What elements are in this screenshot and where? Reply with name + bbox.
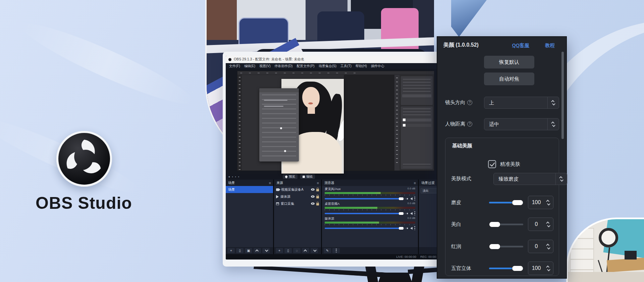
rosy-slider[interactable] (489, 246, 523, 247)
menu-tools[interactable]: 工具(T) (340, 64, 352, 68)
sources-dock-title: 来源 (274, 181, 317, 185)
obs-preview-area (226, 69, 443, 174)
obs-logo (56, 131, 112, 187)
meter-ticks (325, 224, 415, 225)
sources-dock-header[interactable]: 来源 ≡ (274, 180, 321, 186)
dock-menu-icon[interactable]: ≡ (317, 181, 321, 185)
rosy-spinner[interactable]: 0 (528, 240, 553, 253)
help-icon[interactable]: ? (467, 100, 472, 105)
floating-panel-knob (284, 150, 286, 152)
brand-wordmark: OBS Studio (13, 193, 154, 213)
visibility-icon[interactable] (311, 195, 315, 198)
speaker-icon[interactable] (410, 212, 413, 215)
facial-3d-slider[interactable] (489, 268, 523, 269)
spinner-chevrons[interactable] (544, 200, 552, 205)
facial-3d-value: 100 (528, 265, 544, 271)
mixer-dock-header[interactable]: 混音器 ≡ (322, 180, 418, 186)
autofocus-button[interactable]: 自动对焦 (484, 73, 534, 85)
smoothing-slider[interactable] (489, 202, 523, 203)
visibility-icon[interactable] (311, 202, 315, 205)
menu-docks[interactable]: 停靠部件(D) (274, 64, 292, 68)
remove-scene-button[interactable]: ▯ (236, 248, 244, 253)
camera-direction-select[interactable]: 上 (484, 97, 559, 109)
menu-file[interactable]: 文件(F) (229, 64, 240, 68)
subject-distance-select[interactable]: 适中 (484, 118, 559, 130)
preview-status-icons: ● ▪ ▪ ▪ (228, 175, 240, 178)
menu-edit[interactable]: 编辑(E) (244, 64, 255, 68)
precise-skin-row: 精准美肤 (488, 160, 520, 168)
whitening-slider[interactable] (489, 224, 523, 225)
volume-meter (325, 192, 415, 194)
channel-options-icon[interactable] (414, 211, 415, 215)
duplicate-scene-button[interactable]: ▣ (245, 248, 252, 253)
move-source-up-button[interactable] (302, 248, 309, 253)
remove-source-button[interactable]: ▯ (284, 248, 292, 253)
floating-panel-knob (280, 127, 282, 129)
spinner-chevrons[interactable] (544, 266, 552, 271)
edit-tab-button[interactable]: 编辑 (300, 174, 315, 179)
scenes-dock-header[interactable]: 场景 ≡ (226, 180, 273, 186)
beauty-plugin-panel: 美颜 (1.0.0.52) QQ客服 教程 恢复默认 自动对焦 镜头方向 ? 上… (437, 36, 567, 279)
facial-3d-spinner[interactable]: 100 (528, 262, 553, 275)
preview-tab-button[interactable]: 预览 (283, 174, 298, 179)
dock-menu-icon[interactable]: ≡ (414, 181, 418, 185)
menu-profile[interactable]: 配置文件(P) (297, 64, 314, 68)
smoothing-spinner[interactable]: 100 (528, 196, 553, 209)
volume-slider[interactable] (325, 198, 409, 199)
decorative-blue-ribbon (451, 0, 487, 37)
qq-support-link[interactable]: QQ客服 (512, 42, 529, 49)
spinner-chevrons[interactable] (544, 244, 552, 249)
source-row[interactable]: 视频采集设备A (274, 186, 321, 193)
speaker-icon[interactable] (410, 197, 413, 200)
source-label: 视频采集设备A (281, 187, 309, 192)
menu-scene-collection[interactable]: 场景集合(S) (319, 64, 336, 68)
obs-title-bar[interactable]: OBS 29.1.3 - 配置文件: 未命名 - 场景: 未命名 (226, 56, 443, 63)
channel-db: 0.0 dB (408, 187, 415, 191)
volume-slider[interactable] (325, 213, 409, 214)
mixer-pen-button[interactable]: ✎ (324, 248, 331, 253)
help-icon[interactable]: ? (467, 122, 472, 127)
tutorial-link[interactable]: 教程 (545, 42, 555, 49)
add-scene-button[interactable]: + (227, 248, 235, 253)
channel-name: 媒体源 (325, 217, 334, 221)
channel-options-icon[interactable] (414, 197, 415, 200)
window-source-icon (276, 202, 279, 205)
move-source-down-button[interactable] (311, 248, 318, 253)
move-scene-up-button[interactable] (254, 248, 261, 253)
speaker-icon[interactable] (410, 227, 413, 230)
panel-scrollbar[interactable] (561, 52, 564, 139)
lock-icon[interactable] (316, 189, 319, 191)
obs-title-text: OBS 29.1.3 - 配置文件: 未命名 - 场景: 未命名 (234, 57, 305, 62)
visibility-icon[interactable] (311, 188, 315, 191)
channel-db: 0.0 dB (408, 217, 415, 221)
lock-icon[interactable] (316, 203, 319, 205)
rosy-value: 0 (528, 243, 544, 249)
add-source-button[interactable]: + (276, 248, 283, 253)
dock-menu-icon[interactable]: ≡ (269, 181, 273, 185)
photoshop-canvas (242, 75, 394, 171)
menu-view[interactable]: 视图(V) (259, 64, 270, 68)
scene-list-item-selected[interactable]: 场景 (226, 186, 273, 193)
whitening-spinner[interactable]: 0 (528, 218, 553, 231)
meter-ticks (325, 209, 415, 210)
precise-skin-checkbox[interactable] (488, 160, 496, 168)
restore-defaults-button[interactable]: 恢复默认 (484, 56, 534, 68)
panel-title: 美颜 (1.0.0.52) (443, 42, 479, 49)
source-row[interactable]: 窗口采集 (274, 200, 321, 207)
menu-plugin-center[interactable]: 插件中心 (371, 64, 384, 68)
obs-logo-spiral (58, 133, 110, 185)
skin-mode-select[interactable]: 臻致磨皮 (493, 173, 567, 185)
photoshop-right-toolstrip (394, 75, 399, 171)
menu-help[interactable]: 帮助(H) (356, 64, 367, 68)
source-row[interactable]: 媒体源 (274, 193, 321, 200)
channel-options-icon[interactable] (414, 226, 415, 230)
mixer-options-button[interactable] (332, 248, 340, 253)
move-scene-down-button[interactable] (262, 248, 270, 253)
source-properties-button[interactable]: ◌ (293, 248, 301, 253)
photoshop-panel-layers (401, 106, 433, 169)
layer-thumbnail (403, 119, 406, 121)
volume-slider[interactable] (325, 228, 409, 229)
spinner-chevrons[interactable] (544, 222, 552, 227)
lock-icon[interactable] (316, 196, 319, 198)
monitor: OBS 29.1.3 - 配置文件: 未命名 - 场景: 未命名 文件(F) 编… (223, 52, 448, 267)
